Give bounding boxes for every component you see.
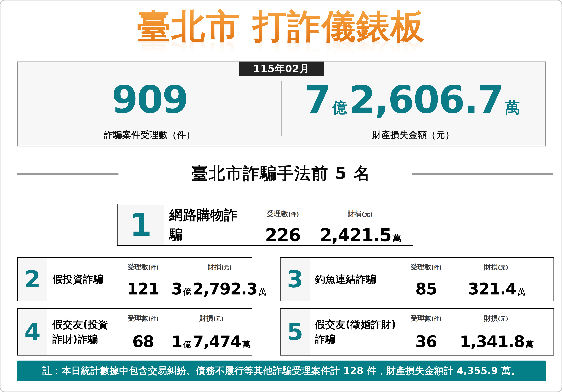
fraud-rank-card-4: 4 假交友(投資詐財)詐騙 受理數(件) 財損(元) 68 1億7,474萬 bbox=[17, 308, 252, 356]
period-badge: 115年02月 bbox=[239, 61, 324, 76]
loss-wan-unit: 萬 bbox=[392, 233, 401, 243]
loss-wan-unit: 萬 bbox=[517, 287, 526, 296]
cases-header-main: 受理數 bbox=[128, 314, 148, 322]
stat-loss-label: 財產損失金額（元） bbox=[372, 129, 454, 141]
rank-number: 1 bbox=[117, 204, 164, 245]
rank-number: 5 bbox=[281, 309, 310, 355]
loss-yi-unit: 億 bbox=[183, 287, 191, 296]
loss-wan-value: 2,421.5 bbox=[320, 225, 391, 245]
cases-header-main: 受理數 bbox=[410, 314, 431, 322]
stat-cases-label: 詐騙案件受理數（件） bbox=[104, 129, 195, 141]
page-title-area: 臺北市 打詐儀錶板 臺北市 打詐儀錶板 bbox=[0, 4, 562, 63]
cases-header-sub: (件) bbox=[148, 316, 159, 322]
loss-column-header: 財損(元) bbox=[454, 258, 538, 272]
cases-header-sub: (件) bbox=[431, 264, 442, 271]
cases-header-main: 受理數 bbox=[128, 263, 148, 271]
cases-column-header: 受理數(件) bbox=[398, 258, 454, 272]
cases-header-sub: (件) bbox=[431, 316, 442, 322]
loss-value: 3億2,792.3萬 bbox=[171, 279, 268, 297]
cases-header-sub: (件) bbox=[148, 264, 159, 271]
loss-value: 1,341.8萬 bbox=[454, 331, 538, 350]
loss-wan-unit: 萬 bbox=[242, 340, 250, 349]
rank-number: 2 bbox=[18, 258, 47, 301]
summary-panel: 115年02月 909 詐騙案件受理數（件） 7億2,606.7萬 財產損失金額… bbox=[17, 61, 546, 146]
loss-value: 321.4萬 bbox=[454, 279, 538, 297]
footnote-text: 註：本日統計數據中包含交易糾紛、債務不履行等其他詐騙受理案件計 128 件，財產… bbox=[42, 365, 520, 377]
loss-yi-value: 3 bbox=[171, 279, 182, 298]
loss-wan-value: 7,474 bbox=[193, 332, 241, 351]
fraud-rank-card-5: 5 假交友(徵婚詐財)詐騙 受理數(件) 財損(元) 36 1,341.8萬 bbox=[280, 308, 554, 356]
dashboard-page: 臺北市 打詐儀錶板 臺北市 打詐儀錶板 115年02月 909 詐騙案件受理數（… bbox=[0, 0, 562, 392]
cases-value: 121 bbox=[115, 279, 171, 297]
loss-wan-unit: 萬 bbox=[526, 340, 534, 349]
loss-wan-unit: 萬 bbox=[258, 287, 267, 296]
cases-column-header: 受理數(件) bbox=[115, 309, 171, 323]
loss-wan-unit: 萬 bbox=[505, 99, 520, 116]
fraud-method-name: 釣魚連結詐騙 bbox=[310, 258, 398, 301]
fraud-rank-card-1: 1 網路購物詐騙 受理數(件) 財損(元) 226 2,421.5萬 bbox=[117, 204, 413, 246]
loss-column-header: 財損(元) bbox=[171, 258, 268, 272]
footnote-banner: 註：本日統計數據中包含交易糾紛、債務不履行等其他詐騙受理案件計 128 件，財產… bbox=[17, 360, 546, 381]
cases-column-header: 受理數(件) bbox=[398, 309, 454, 323]
loss-column-header: 財損(元) bbox=[316, 204, 403, 219]
loss-header-main: 財損 bbox=[199, 314, 213, 322]
cases-value: 85 bbox=[398, 279, 454, 297]
fraud-method-name: 假交友(投資詐財)詐騙 bbox=[47, 309, 115, 355]
loss-value: 1億7,474萬 bbox=[171, 331, 252, 350]
loss-column-header: 財損(元) bbox=[454, 309, 538, 323]
cases-column-header: 受理數(件) bbox=[115, 258, 171, 272]
loss-header-sub: (元) bbox=[362, 211, 373, 218]
loss-wan-value: 2,606.7 bbox=[349, 78, 503, 122]
loss-header-sub: (元) bbox=[498, 316, 508, 322]
loss-header-main: 財損 bbox=[208, 263, 221, 271]
loss-header-main: 財損 bbox=[347, 209, 362, 218]
loss-header-sub: (元) bbox=[221, 264, 232, 271]
loss-wan-value: 2,792.3 bbox=[193, 279, 257, 298]
fraud-method-name: 網路購物詐騙 bbox=[164, 204, 249, 245]
loss-header-sub: (元) bbox=[498, 264, 508, 271]
fraud-rank-card-3: 3 釣魚連結詐騙 受理數(件) 財損(元) 85 321.4萬 bbox=[280, 257, 554, 301]
cases-header-main: 受理數 bbox=[267, 209, 288, 218]
ranking-section-header: 臺北市詐騙手法前 5 名 bbox=[0, 162, 562, 188]
stat-cases-value: 909 bbox=[112, 81, 188, 119]
loss-yi-value: 7 bbox=[304, 78, 330, 122]
loss-column-header: 財損(元) bbox=[171, 309, 252, 323]
loss-wan-value: 321.4 bbox=[468, 279, 516, 298]
loss-header-main: 財損 bbox=[484, 314, 498, 322]
rank-number: 4 bbox=[18, 309, 47, 355]
cases-value: 226 bbox=[249, 224, 316, 244]
fraud-rank-card-2: 2 假投資詐騙 受理數(件) 財損(元) 121 3億2,792.3萬 bbox=[17, 257, 252, 301]
rank-number: 3 bbox=[281, 258, 310, 301]
stat-loss-value: 7億2,606.7萬 bbox=[304, 81, 522, 119]
cases-column-header: 受理數(件) bbox=[249, 204, 316, 219]
fraud-method-name: 假投資詐騙 bbox=[47, 258, 115, 301]
loss-yi-unit: 億 bbox=[332, 99, 347, 116]
page-title-reflection: 臺北市 打詐儀錶板 bbox=[0, 33, 562, 63]
loss-yi-value: 1 bbox=[171, 332, 182, 351]
loss-header-main: 財損 bbox=[484, 263, 498, 271]
cases-header-sub: (件) bbox=[288, 211, 299, 218]
loss-wan-value: 1,341.8 bbox=[460, 332, 524, 351]
fraud-method-name: 假交友(徵婚詐財)詐騙 bbox=[310, 309, 398, 355]
vertical-divider bbox=[281, 81, 282, 136]
loss-header-sub: (元) bbox=[213, 316, 223, 322]
loss-value: 2,421.5萬 bbox=[316, 224, 403, 244]
cases-header-main: 受理數 bbox=[410, 263, 431, 271]
right-divider-line bbox=[412, 173, 553, 175]
loss-yi-unit: 億 bbox=[183, 340, 191, 349]
cases-value: 68 bbox=[115, 331, 171, 350]
cases-value: 36 bbox=[398, 331, 454, 350]
